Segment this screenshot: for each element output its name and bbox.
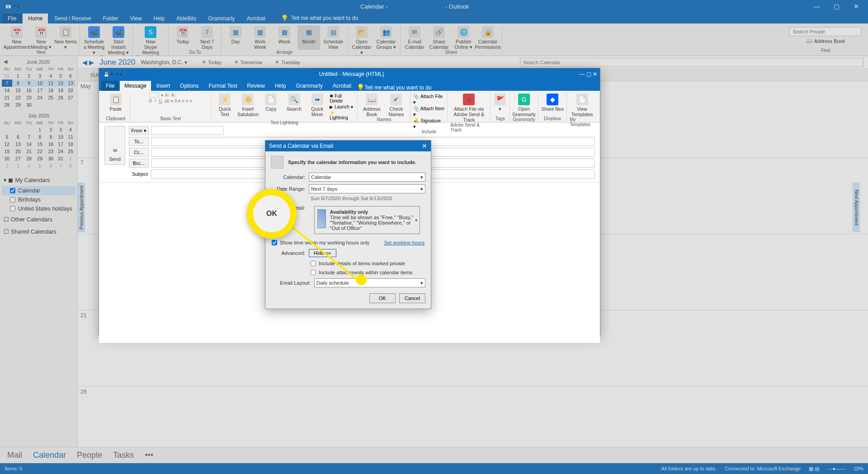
share-calendar-button[interactable]: 🔗Share Calendar bbox=[428, 25, 450, 50]
attach-file-button[interactable]: 📎 Attach File ▾ bbox=[413, 94, 444, 105]
start-instant-meeting-button[interactable]: 📹Start Instant Meeting ▾ bbox=[107, 25, 130, 55]
msg-tab-insert[interactable]: Insert bbox=[152, 81, 175, 91]
from-input[interactable] bbox=[151, 126, 224, 135]
check-names-button[interactable]: ✔Check Names bbox=[385, 93, 407, 117]
new-appointment-button[interactable]: 📅New Appointment bbox=[5, 25, 28, 50]
msg-tab-file[interactable]: File bbox=[101, 81, 119, 91]
tell-me-search[interactable]: 💡 Tell me what you want to do bbox=[277, 13, 362, 23]
publish-online-button[interactable]: 🌐Publish Online ▾ bbox=[452, 25, 475, 50]
tags-button[interactable]: 🚩▾ bbox=[493, 93, 507, 116]
prev-month-button[interactable]: ◀ bbox=[4, 59, 7, 65]
bcc-button[interactable]: Bcc... bbox=[129, 159, 149, 168]
nav-tasks[interactable]: Tasks bbox=[113, 451, 134, 460]
day-view-button[interactable]: ▦Day bbox=[224, 25, 247, 50]
open-calendar-button[interactable]: 📂Open Calendar ▾ bbox=[350, 25, 373, 55]
tab-grammarly[interactable]: Grammarly bbox=[203, 14, 240, 23]
set-working-hours-link[interactable]: Set working hours bbox=[384, 240, 425, 245]
calendar-select[interactable]: Calendar▾ bbox=[309, 173, 425, 182]
from-button[interactable]: From ▾ bbox=[129, 126, 149, 135]
address-book-button[interactable]: 📖Address Book bbox=[806, 38, 845, 44]
share-files-button[interactable]: ◆Share files bbox=[541, 93, 564, 116]
insert-salutation-button[interactable]: 👋Insert Salutation bbox=[237, 93, 259, 120]
calendar-item-birthdays[interactable]: Birthdays bbox=[2, 195, 75, 204]
location-button[interactable]: Washington, D.C. ▾ bbox=[141, 59, 187, 66]
week-view-button[interactable]: ▦Week bbox=[273, 25, 296, 50]
cc-button[interactable]: Cc... bbox=[129, 148, 149, 157]
msg-tab-options[interactable]: Options bbox=[175, 81, 203, 91]
quick-move-button[interactable]: ➡Quick Move bbox=[307, 93, 328, 120]
calendar-groups-button[interactable]: 👥Calendar Groups ▾ bbox=[375, 25, 397, 55]
msg-tab-message[interactable]: Message bbox=[120, 81, 151, 91]
next-range-button[interactable]: ▶ bbox=[89, 59, 94, 66]
search-calendar-input[interactable] bbox=[520, 58, 863, 67]
prev-range-button[interactable]: ◀ bbox=[82, 59, 87, 66]
close-button[interactable]: ✕ bbox=[848, 3, 864, 10]
today-button[interactable]: 📆Today bbox=[171, 25, 194, 50]
previous-appointment-tab[interactable]: Previous Appointment bbox=[78, 183, 85, 232]
msg-tab-acrobat[interactable]: Acrobat bbox=[328, 81, 356, 91]
minicalendar-july[interactable]: July 2020 SUMOTUWETHFRSA1234567891011121… bbox=[0, 110, 77, 171]
send-button[interactable]: ✉Send bbox=[104, 126, 125, 165]
view-templates-button[interactable]: 📄View Templates bbox=[571, 93, 594, 117]
nav-calendar[interactable]: Calendar bbox=[33, 451, 66, 460]
tab-home[interactable]: Home bbox=[23, 14, 48, 23]
daterange-select[interactable]: Next 7 days▾ bbox=[309, 184, 425, 193]
tab-view[interactable]: View bbox=[125, 14, 147, 23]
minicalendar-june[interactable]: ◀June 2020 SUMOTUWETHFRSA311234567891011… bbox=[0, 56, 77, 110]
full-delete-button[interactable]: ✖ Full Delete bbox=[330, 94, 354, 103]
include-attachments-checkbox[interactable] bbox=[311, 270, 316, 275]
attach-item-button[interactable]: 📎 Attach Item ▾ bbox=[413, 106, 444, 117]
search-button[interactable]: 🔍Search bbox=[283, 93, 305, 120]
dialog-close-button[interactable]: ✕ bbox=[422, 142, 427, 150]
tab-file[interactable]: File bbox=[2, 14, 22, 23]
weather-tomorrow[interactable]: ☀Tomorrow bbox=[234, 59, 262, 65]
schedule-meeting-button[interactable]: 📹Schedule a Meeting ▾ bbox=[83, 25, 105, 55]
day-number[interactable]: 21 bbox=[80, 312, 91, 319]
month-view-button[interactable]: ▦Month bbox=[297, 25, 320, 50]
msg-maximize-button[interactable]: ▢ bbox=[586, 71, 591, 77]
detail-expand-button[interactable]: ▾ bbox=[415, 217, 418, 223]
include-private-checkbox[interactable] bbox=[311, 261, 316, 266]
tab-help[interactable]: Help bbox=[148, 14, 170, 23]
my-calendars-header[interactable]: ▾ ◼ My Calendars bbox=[2, 174, 75, 186]
search-people-input[interactable] bbox=[789, 27, 862, 36]
skype-meeting-button[interactable]: SNew Skype Meeting bbox=[139, 25, 162, 55]
tab-folder[interactable]: Folder bbox=[98, 14, 124, 23]
copy-button[interactable]: 📄Copy bbox=[260, 93, 282, 120]
msg-tab-grammarly[interactable]: Grammarly bbox=[292, 81, 327, 91]
maximize-button[interactable]: ▢ bbox=[828, 3, 844, 10]
day-number[interactable]: 28 bbox=[80, 389, 91, 395]
detail-box[interactable]: Availability onlyTime will be shown as "… bbox=[314, 206, 420, 234]
next-appointment-tab[interactable]: Next Appointment bbox=[853, 183, 860, 232]
zoom-slider[interactable]: —●—— bbox=[827, 466, 845, 471]
launch-button[interactable]: ▶ Launch ▾ bbox=[330, 104, 354, 109]
current-month-label[interactable]: June 2020 bbox=[99, 58, 135, 67]
msg-minimize-button[interactable]: — bbox=[579, 71, 585, 77]
schedule-view-button[interactable]: ▤Schedule View bbox=[322, 25, 344, 50]
minimize-button[interactable]: — bbox=[808, 3, 825, 10]
nav-people[interactable]: People bbox=[77, 451, 102, 460]
open-grammarly-button[interactable]: GOpen Grammarly bbox=[513, 93, 535, 117]
ok-button[interactable]: OK bbox=[369, 293, 396, 303]
showtime-checkbox[interactable] bbox=[272, 240, 277, 245]
to-button[interactable]: To... bbox=[129, 137, 149, 146]
weather-today[interactable]: ☀Today bbox=[202, 59, 221, 65]
tab-ablebits[interactable]: AbleBits bbox=[171, 14, 202, 23]
msg-tab-formattext[interactable]: Format Text bbox=[204, 81, 241, 91]
tab-acrobat[interactable]: Acrobat bbox=[241, 14, 271, 23]
weather-tuesday[interactable]: ☀Tuesday bbox=[275, 59, 300, 65]
msg-tell-me[interactable]: 💡Tell me what you want to do bbox=[357, 84, 431, 91]
view-toggle[interactable]: ▦ ▤ bbox=[809, 466, 819, 472]
msg-tab-review[interactable]: Review bbox=[243, 81, 269, 91]
msg-close-button[interactable]: ✕ bbox=[593, 71, 597, 77]
email-calendar-button[interactable]: ✉E-mail Calendar bbox=[403, 25, 426, 50]
other-calendars-header[interactable]: ☐ Other Calendars bbox=[2, 213, 75, 225]
new-items-button[interactable]: 📋New Items ▾ bbox=[54, 25, 77, 50]
shared-calendars-header[interactable]: ☐ Shared Calendars bbox=[2, 225, 75, 238]
next7days-button[interactable]: 7Next 7 Days bbox=[196, 25, 218, 50]
day-number[interactable]: 7 bbox=[80, 160, 91, 166]
paste-button[interactable]: 📋Paste bbox=[104, 93, 127, 116]
emaillayout-select[interactable]: Daily schedule▾ bbox=[314, 278, 425, 287]
lightning-button[interactable]: ⚡ Lightning bbox=[330, 110, 354, 120]
address-book-button[interactable]: 📖Address Book bbox=[360, 93, 383, 117]
